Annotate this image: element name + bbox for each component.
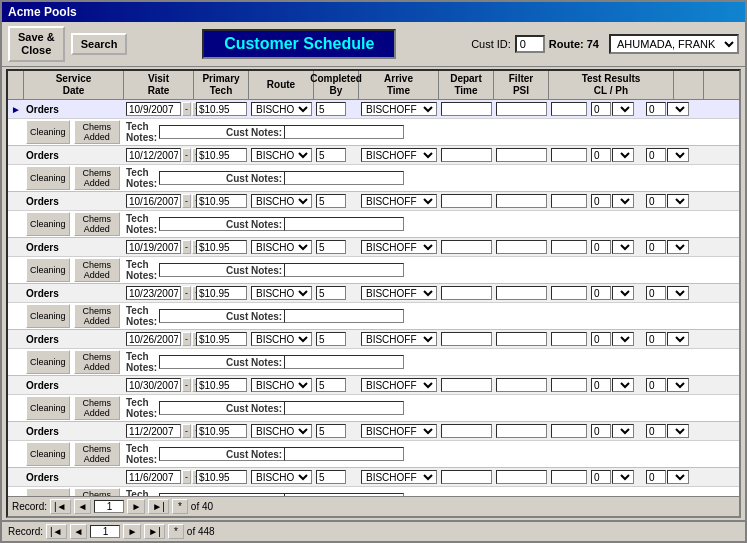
arrive-time-input[interactable] — [441, 194, 492, 208]
route-input[interactable] — [316, 470, 346, 484]
ph-input[interactable] — [646, 332, 666, 346]
cl-dropdown[interactable] — [612, 378, 634, 392]
cust-notes-input[interactable] — [284, 125, 404, 139]
tech-dropdown[interactable]: BISCHOFF M — [251, 424, 312, 438]
cleaning-button[interactable]: Cleaning — [26, 442, 70, 466]
date-minus-btn[interactable]: - — [182, 332, 191, 346]
chems-added-button[interactable]: Chems Added — [74, 488, 120, 496]
record-main-row[interactable]: Orders-+BISCHOFF MBISCHOFF — [8, 468, 739, 486]
tech-dropdown[interactable]: BISCHOFF M — [251, 332, 312, 346]
date-input[interactable] — [126, 470, 181, 484]
ph-input[interactable] — [646, 148, 666, 162]
rate-input[interactable] — [196, 148, 247, 162]
cl-dropdown[interactable] — [612, 240, 634, 254]
cl-input[interactable] — [591, 148, 611, 162]
record-main-row[interactable]: Orders-+BISCHOFF MBISCHOFF — [8, 330, 739, 348]
completed-dropdown[interactable]: BISCHOFF — [361, 102, 437, 116]
depart-time-input[interactable] — [496, 424, 547, 438]
date-minus-btn[interactable]: - — [182, 102, 191, 116]
date-input[interactable] — [126, 378, 181, 392]
cleaning-button[interactable]: Cleaning — [26, 166, 70, 190]
arrive-time-input[interactable] — [441, 332, 492, 346]
cl-input[interactable] — [591, 378, 611, 392]
rate-input[interactable] — [196, 424, 247, 438]
date-input[interactable] — [126, 332, 181, 346]
ph-input[interactable] — [646, 194, 666, 208]
psi-input[interactable] — [551, 286, 587, 300]
cl-input[interactable] — [591, 240, 611, 254]
rate-input[interactable] — [196, 194, 247, 208]
customer-dropdown[interactable]: AHUMADA, FRANK — [609, 34, 739, 54]
date-input[interactable] — [126, 240, 181, 254]
record-main-row[interactable]: Orders-+BISCHOFF MBISCHOFF — [8, 376, 739, 394]
cleaning-button[interactable]: Cleaning — [26, 488, 70, 496]
completed-dropdown[interactable]: BISCHOFF — [361, 332, 437, 346]
inner-prev-btn[interactable]: ◄ — [74, 499, 92, 514]
cleaning-button[interactable]: Cleaning — [26, 396, 70, 420]
rate-input[interactable] — [196, 102, 247, 116]
depart-time-input[interactable] — [496, 148, 547, 162]
inner-first-btn[interactable]: |◄ — [50, 499, 71, 514]
completed-dropdown[interactable]: BISCHOFF — [361, 424, 437, 438]
route-input[interactable] — [316, 332, 346, 346]
date-minus-btn[interactable]: - — [182, 240, 191, 254]
ph-input[interactable] — [646, 378, 666, 392]
record-main-row[interactable]: Orders-+BISCHOFF MBISCHOFF — [8, 238, 739, 256]
arrive-time-input[interactable] — [441, 424, 492, 438]
date-input[interactable] — [126, 102, 181, 116]
cust-id-input[interactable] — [515, 35, 545, 53]
psi-input[interactable] — [551, 424, 587, 438]
arrive-time-input[interactable] — [441, 378, 492, 392]
psi-input[interactable] — [551, 240, 587, 254]
inner-current-record[interactable] — [94, 500, 124, 513]
ph-input[interactable] — [646, 470, 666, 484]
cl-input[interactable] — [591, 286, 611, 300]
record-main-row[interactable]: Orders-+BISCHOFF MBISCHOFF — [8, 284, 739, 302]
route-input[interactable] — [316, 286, 346, 300]
depart-time-input[interactable] — [496, 240, 547, 254]
route-input[interactable] — [316, 102, 346, 116]
chems-added-button[interactable]: Chems Added — [74, 212, 120, 236]
date-minus-btn[interactable]: - — [182, 148, 191, 162]
outer-new-btn[interactable]: * — [168, 524, 184, 539]
cl-input[interactable] — [591, 424, 611, 438]
tech-dropdown[interactable]: BISCHOFF M — [251, 148, 312, 162]
cleaning-button[interactable]: Cleaning — [26, 212, 70, 236]
cust-notes-input[interactable] — [284, 401, 404, 415]
cl-input[interactable] — [591, 332, 611, 346]
route-input[interactable] — [316, 194, 346, 208]
chems-added-button[interactable]: Chems Added — [74, 166, 120, 190]
psi-input[interactable] — [551, 102, 587, 116]
route-input[interactable] — [316, 148, 346, 162]
completed-dropdown[interactable]: BISCHOFF — [361, 148, 437, 162]
cl-input[interactable] — [591, 470, 611, 484]
cl-input[interactable] — [591, 102, 611, 116]
cleaning-button[interactable]: Cleaning — [26, 120, 70, 144]
ph-input[interactable] — [646, 102, 666, 116]
psi-input[interactable] — [551, 148, 587, 162]
date-input[interactable] — [126, 424, 181, 438]
cust-notes-input[interactable] — [284, 263, 404, 277]
record-main-row[interactable]: Orders-+BISCHOFF MBISCHOFF — [8, 422, 739, 440]
outer-current-record[interactable] — [90, 525, 120, 538]
psi-input[interactable] — [551, 332, 587, 346]
cust-notes-input[interactable] — [284, 447, 404, 461]
record-main-row[interactable]: Orders-+BISCHOFF MBISCHOFF — [8, 146, 739, 164]
outer-prev-btn[interactable]: ◄ — [70, 524, 88, 539]
chems-added-button[interactable]: Chems Added — [74, 304, 120, 328]
inner-next-btn[interactable]: ► — [127, 499, 145, 514]
rate-input[interactable] — [196, 470, 247, 484]
chems-added-button[interactable]: Chems Added — [74, 350, 120, 374]
tech-dropdown[interactable]: BISCHOFF M — [251, 470, 312, 484]
completed-dropdown[interactable]: BISCHOFF — [361, 286, 437, 300]
chems-added-button[interactable]: Chems Added — [74, 442, 120, 466]
rate-input[interactable] — [196, 378, 247, 392]
cl-dropdown[interactable] — [612, 102, 634, 116]
depart-time-input[interactable] — [496, 470, 547, 484]
record-main-row[interactable]: ►Orders-+BISCHOFF MBISCHOFF — [8, 100, 739, 118]
completed-dropdown[interactable]: BISCHOFF — [361, 470, 437, 484]
tech-dropdown[interactable]: BISCHOFF M — [251, 102, 312, 116]
route-input[interactable] — [316, 378, 346, 392]
date-input[interactable] — [126, 148, 181, 162]
date-input[interactable] — [126, 194, 181, 208]
